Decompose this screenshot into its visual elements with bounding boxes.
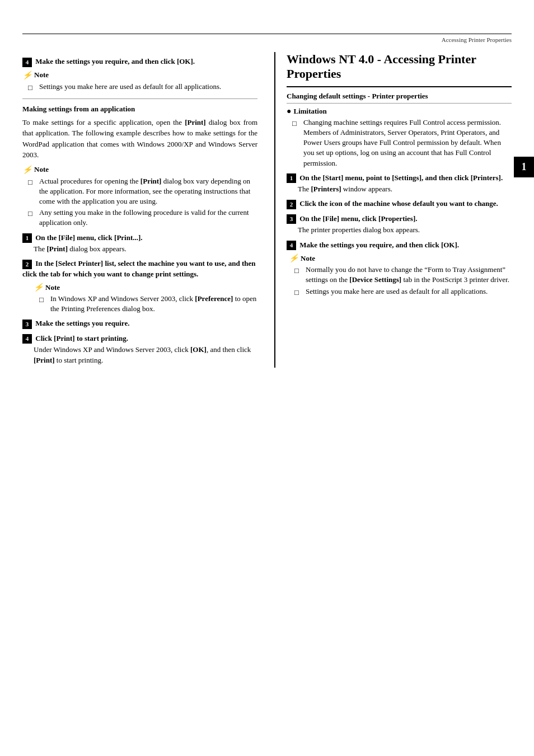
- breadcrumb: Accessing Printer Properties: [0, 34, 534, 46]
- left-step1: 1 On the [File] menu, click [Print...].: [22, 233, 257, 243]
- note-top-title: ⚡ Note: [22, 71, 257, 80]
- note-bottom-title: ⚡ Note: [289, 253, 512, 263]
- step2-text: In the [Select Printer] list, select the…: [22, 259, 255, 278]
- right-step3-num: 3: [287, 214, 296, 224]
- step3-num: 3: [22, 320, 32, 329]
- chapter-marker: 1: [514, 157, 534, 177]
- checkbox-icon-nb2: □: [294, 288, 302, 298]
- step2-num: 2: [22, 260, 32, 269]
- step4-bottom-num: 4: [22, 334, 32, 344]
- right-step2-text: Click the icon of the machine whose defa…: [299, 199, 498, 208]
- note-bottom: ⚡ Note □ Normally you do not have to cha…: [289, 253, 512, 298]
- note-mid-item-2: □ Any setting you make in the following …: [28, 208, 257, 228]
- step1-num: 1: [22, 233, 32, 243]
- step4-top-num: 4: [22, 58, 32, 67]
- note-step2-icon: ⚡: [34, 283, 43, 292]
- checkbox-icon-2: □: [28, 209, 36, 219]
- step1-result: The [Print] dialog box appears.: [34, 244, 257, 254]
- right-step1: 1 On the [Start] menu, point to [Setting…: [287, 173, 512, 184]
- note-mid-icon: ⚡: [22, 165, 32, 175]
- checkbox-icon-lim: □: [292, 119, 300, 129]
- limitation-icon: ●: [287, 107, 291, 116]
- note-top: ⚡ Note □ Settings you make here are used…: [22, 71, 257, 93]
- section-title: Making settings from an application: [22, 105, 257, 114]
- left-step3: 3 Make the settings you require.: [22, 318, 257, 329]
- right-step1-num: 1: [287, 173, 296, 183]
- right-step3-text: On the [File] menu, click [Properties].: [299, 214, 417, 223]
- right-step1-text: On the [Start] menu, point to [Settings]…: [299, 173, 503, 182]
- right-step3: 3 On the [File] menu, click [Properties]…: [287, 214, 512, 224]
- left-step4-bottom: 4 Click [Print] to start printing.: [22, 334, 257, 344]
- step4-bottom-text: Click [Print] to start printing.: [35, 334, 128, 342]
- checkbox-icon-1: □: [28, 177, 36, 187]
- limitation-item-1: □ Changing machine settings requires Ful…: [292, 118, 512, 168]
- right-column: Windows NT 4.0 - Accessing Printer Prope…: [274, 52, 512, 368]
- page: Accessing Printer Properties 1 4 Make th…: [0, 34, 534, 756]
- checkbox-icon-3: □: [39, 295, 47, 305]
- section-divider-1: [22, 98, 257, 99]
- right-sub-title: Changing default settings - Printer prop…: [287, 92, 512, 104]
- note-icon: ⚡: [22, 71, 32, 80]
- right-step1-result: The [Printers] window appears.: [298, 184, 512, 194]
- note-bottom-item-1: □ Normally you do not have to change the…: [294, 265, 512, 285]
- right-step4-text: Make the settings you require, and then …: [299, 241, 459, 249]
- note-top-item-1: □ Settings you make here are used as def…: [28, 82, 257, 93]
- right-step2: 2 Click the icon of the machine whose de…: [287, 199, 512, 209]
- limitation-section: ● Limitation □ Changing machine settings…: [287, 107, 512, 168]
- left-step2: 2 In the [Select Printer] list, select t…: [22, 259, 257, 279]
- step4-top-text: Make the settings you require, and then …: [35, 57, 195, 65]
- step4-bottom-result: Under Windows XP and Windows Server 2003…: [34, 345, 257, 365]
- left-step4-top: 4 Make the settings you require, and the…: [22, 57, 257, 67]
- limitation-title: ● Limitation: [287, 107, 512, 116]
- content-columns: 4 Make the settings you require, and the…: [0, 46, 534, 368]
- step1-text: On the [File] menu, click [Print...].: [35, 233, 142, 242]
- right-main-title: Windows NT 4.0 - Accessing Printer Prope…: [287, 52, 512, 87]
- note-mid-title: ⚡ Note: [22, 165, 257, 175]
- body-para: To make settings for a specific applicat…: [22, 117, 257, 161]
- right-step3-result: The printer properties dialog box appear…: [298, 225, 512, 235]
- note-bottom-icon: ⚡: [289, 253, 298, 263]
- right-step4-num: 4: [287, 241, 296, 250]
- checkbox-icon: □: [28, 83, 36, 93]
- step3-text: Make the settings you require.: [35, 319, 129, 327]
- note-step2: ⚡ Note □ In Windows XP and Windows Serve…: [34, 283, 257, 314]
- right-step4: 4 Make the settings you require, and the…: [287, 240, 512, 251]
- note-mid-item-1: □ Actual procedures for opening the [Pri…: [28, 176, 257, 207]
- note-step2-title: ⚡ Note: [34, 283, 257, 292]
- left-column: 4 Make the settings you require, and the…: [22, 52, 257, 368]
- note-step2-item-1: □ In Windows XP and Windows Server 2003,…: [39, 294, 257, 314]
- note-bottom-item-2: □ Settings you make here are used as def…: [294, 287, 512, 298]
- checkbox-icon-nb1: □: [294, 266, 302, 276]
- note-mid: ⚡ Note □ Actual procedures for opening t…: [22, 165, 257, 228]
- right-step2-num: 2: [287, 200, 296, 209]
